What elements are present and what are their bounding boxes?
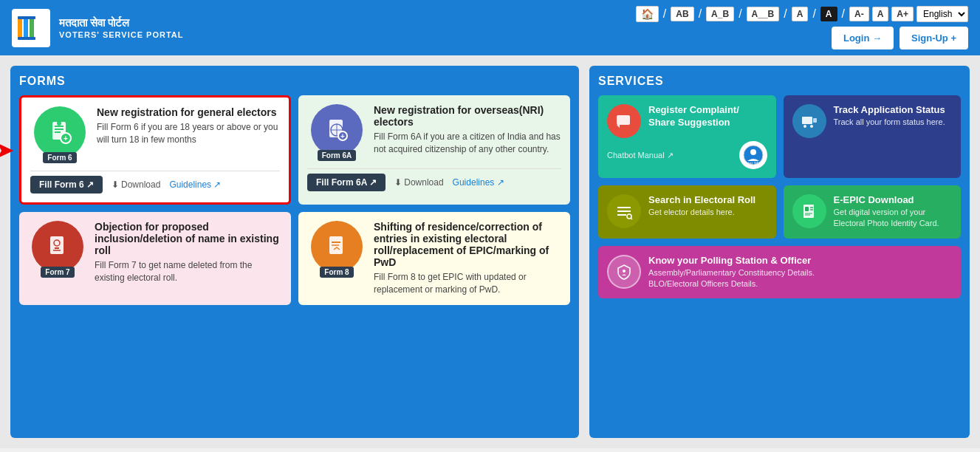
download6a-icon: ⬇ xyxy=(394,177,402,188)
form-card-6: ➤ + xyxy=(19,95,291,205)
language-select[interactable]: English हिन्दी xyxy=(916,6,968,22)
form7-icon xyxy=(32,221,83,273)
complaint-inner: Register Complaint/ Share Suggestion xyxy=(607,104,767,138)
form6a-actions: Fill Form 6A ↗ ⬇ Download Guidelines ↗ xyxy=(307,168,561,191)
service-card-epic[interactable]: E-EPIC Download Get digital version of y… xyxy=(784,185,962,239)
chatbot-link[interactable]: Chatbot Manual ↗ xyxy=(607,151,674,160)
form6a-guidelines-link[interactable]: Guidelines ↗ xyxy=(453,177,504,188)
forms-section: FORMS ➤ + xyxy=(10,66,579,438)
service-card-track[interactable]: Track Application Status Track all your … xyxy=(784,95,962,178)
svg-text:+: + xyxy=(64,134,68,143)
theme-ab-dash-btn[interactable]: A__B xyxy=(747,7,780,21)
fill-form6-button[interactable]: Fill Form 6 ↗ xyxy=(30,176,103,194)
services-section: SERVICES Register Complaint/ Share Sugge… xyxy=(589,66,970,438)
track-icon xyxy=(792,104,826,138)
forms-grid: ➤ + xyxy=(19,95,570,305)
form6-title: New registration for general electors xyxy=(97,106,280,118)
form7-desc: Fill Form 7 to get name deleted from the… xyxy=(95,259,282,284)
logo-icon xyxy=(12,9,50,47)
form6-content: New registration for general electors Fi… xyxy=(97,106,280,146)
form7-icon-wrap: Form 7 xyxy=(28,221,87,278)
polling-inner: Know your Polling Station & Officer Asse… xyxy=(607,255,952,290)
logo-english: VOTERS' SERVICE PORTAL xyxy=(59,30,183,40)
form8-icon-wrap: Form 8 xyxy=(307,221,366,278)
svg-rect-4 xyxy=(18,37,35,40)
polling-text: Know your Polling Station & Officer Asse… xyxy=(648,255,815,290)
polling-title: Know your Polling Station & Officer xyxy=(648,255,815,267)
form8-inner: Form 8 Shifting of residence/correction … xyxy=(307,221,561,296)
svg-point-27 xyxy=(750,149,756,155)
track-desc: Track all your form status here. xyxy=(834,117,945,128)
form6-actions: Fill Form 6 ↗ ⬇ Download Guidelines ↗ xyxy=(30,171,280,194)
form6-guidelines-label: Guidelines ↗ xyxy=(169,179,221,190)
search-desc: Get elector details here. xyxy=(648,207,755,218)
svg-rect-30 xyxy=(813,118,817,123)
form8-icon xyxy=(311,221,363,273)
form8-desc: Fill Form 8 to get EPIC with updated or … xyxy=(374,271,561,296)
header-right: 🏠 / AB / A_B / A__B / A / A / A- A A+ En… xyxy=(636,6,968,49)
separator3: / xyxy=(739,7,741,21)
form6a-title: New registration for overseas(NRI) elect… xyxy=(374,104,561,128)
form6-icon: + xyxy=(34,106,86,158)
search-inner: Search in Electoral Roll Get elector det… xyxy=(607,194,767,228)
separator1: / xyxy=(663,7,666,21)
theme-a-dark-btn[interactable]: A xyxy=(820,7,837,21)
svg-rect-25 xyxy=(617,115,630,125)
complaint-title: Register Complaint/ Share Suggestion xyxy=(648,104,767,129)
download-icon: ⬇ xyxy=(112,179,119,190)
top-controls: 🏠 / AB / A_B / A__B / A / A / A- A A+ En… xyxy=(636,6,968,22)
chatbot-row: Chatbot Manual ↗ Voter Mitra xyxy=(607,141,767,169)
form6-inner: + Form 6 New registration for general el… xyxy=(30,106,280,163)
theme-a-white-btn[interactable]: A xyxy=(792,7,809,21)
svg-rect-38 xyxy=(803,205,814,218)
form6-guidelines-link[interactable]: Guidelines ↗ xyxy=(169,179,221,190)
theme-ab-underline-btn[interactable]: A_B xyxy=(706,7,734,21)
form6-badge: Form 6 xyxy=(43,152,76,163)
font-increase-btn[interactable]: A+ xyxy=(891,7,914,21)
form6-download-link[interactable]: ⬇ Download xyxy=(112,179,160,190)
auth-controls: Login → Sign-Up + xyxy=(832,27,968,49)
form6a-download-link[interactable]: ⬇ Download xyxy=(394,177,443,188)
service-card-search[interactable]: Search in Electoral Roll Get elector det… xyxy=(598,185,776,239)
theme-ab-btn[interactable]: AB xyxy=(671,7,693,21)
form-card-6a: + Form 6A New registration for overseas(… xyxy=(298,95,570,205)
track-title: Track Application Status xyxy=(834,104,945,117)
svg-rect-29 xyxy=(802,117,812,124)
form7-inner: Form 7 Objection for proposed inclusion/… xyxy=(28,221,282,284)
svg-rect-3 xyxy=(18,16,35,19)
form6-icon-wrap: + Form 6 xyxy=(30,106,89,163)
svg-line-37 xyxy=(631,218,632,219)
form6a-download-label: Download xyxy=(404,177,443,188)
home-icon[interactable]: 🏠 xyxy=(636,6,659,22)
form-card-8: Form 8 Shifting of residence/correction … xyxy=(298,212,570,305)
font-normal-btn[interactable]: A xyxy=(872,7,889,21)
epic-icon xyxy=(792,194,826,228)
search-title: Search in Electoral Roll xyxy=(648,194,755,207)
form6a-inner: + Form 6A New registration for overseas(… xyxy=(307,104,561,161)
font-decrease-btn[interactable]: A- xyxy=(849,7,869,21)
fill-form6a-button[interactable]: Fill Form 6A ↗ xyxy=(307,174,386,191)
main-container: FORMS ➤ + xyxy=(0,55,980,448)
form6-download-label: Download xyxy=(121,179,160,190)
red-arrow-icon: ➤ xyxy=(0,136,15,164)
form-card-7: Form 7 Objection for proposed inclusion/… xyxy=(19,212,291,305)
login-button[interactable]: Login → xyxy=(832,27,894,49)
svg-rect-39 xyxy=(805,207,809,211)
epic-text: E-EPIC Download Get digital version of y… xyxy=(834,194,953,230)
search-icon xyxy=(607,194,641,228)
svg-rect-18 xyxy=(50,236,64,254)
form6a-content: New registration for overseas(NRI) elect… xyxy=(374,104,561,156)
form8-badge: Form 8 xyxy=(320,267,353,278)
form6a-guidelines-label: Guidelines ↗ xyxy=(453,177,504,188)
epic-title: E-EPIC Download xyxy=(834,194,953,207)
header-left: मतदाता सेवा पोर्टल VOTERS' SERVICE PORTA… xyxy=(12,9,183,47)
services-grid: Register Complaint/ Share Suggestion Cha… xyxy=(598,95,961,298)
form7-content: Objection for proposed inclusion/deletio… xyxy=(95,221,282,284)
forms-title: FORMS xyxy=(19,75,570,88)
signup-button[interactable]: Sign-Up + xyxy=(900,27,968,49)
service-card-complaint[interactable]: Register Complaint/ Share Suggestion Cha… xyxy=(598,95,776,178)
separator6: / xyxy=(842,7,845,21)
service-card-polling[interactable]: Know your Polling Station & Officer Asse… xyxy=(598,246,961,299)
form8-content: Shifting of residence/correction of entr… xyxy=(374,221,561,296)
form6a-badge: Form 6A xyxy=(318,150,357,161)
